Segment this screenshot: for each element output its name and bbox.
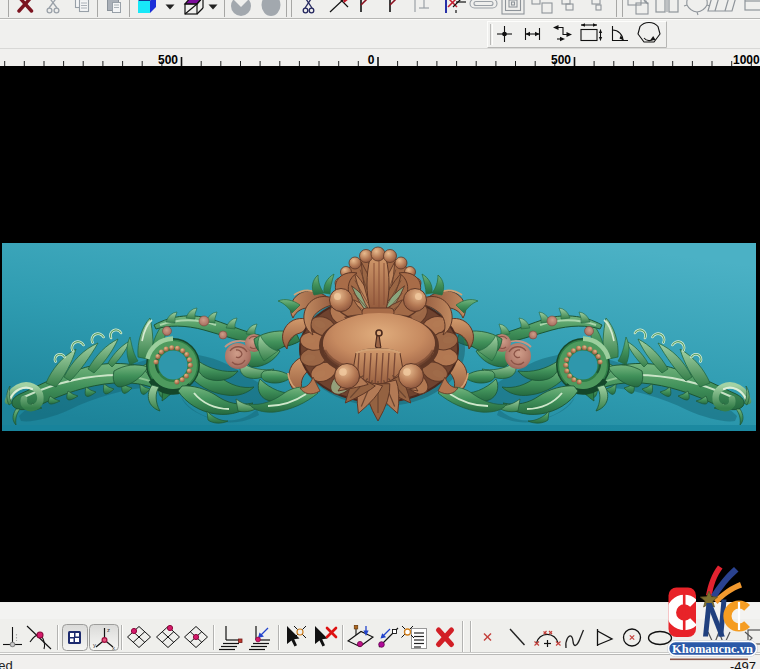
svg-text:y: y bbox=[93, 642, 96, 648]
svg-text:0: 0 bbox=[368, 53, 375, 67]
svg-text:500: 500 bbox=[551, 53, 571, 67]
svg-text:Khomaucnc.vn: Khomaucnc.vn bbox=[672, 642, 753, 656]
svg-text:x: x bbox=[112, 645, 115, 651]
svg-text:500: 500 bbox=[158, 53, 178, 67]
svg-text:1000: 1000 bbox=[733, 53, 760, 67]
svg-text:z: z bbox=[107, 627, 110, 633]
